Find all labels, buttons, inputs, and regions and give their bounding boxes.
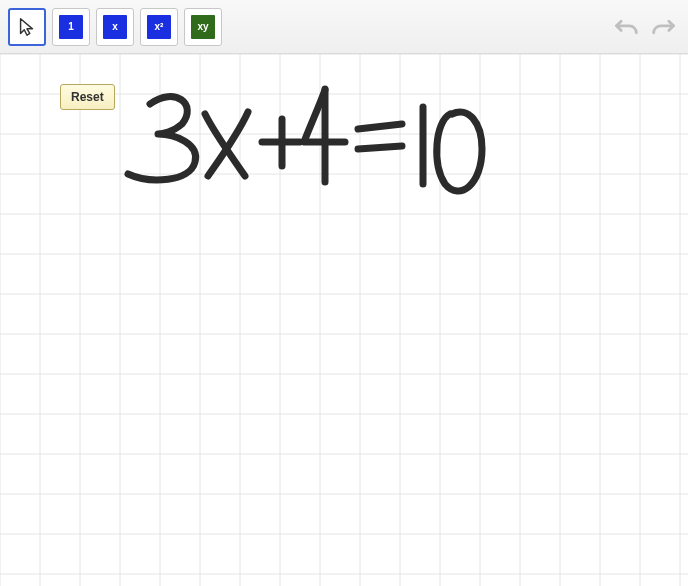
redo-button[interactable]: [648, 12, 678, 42]
reset-button[interactable]: Reset: [60, 84, 115, 110]
toolbar-right: [612, 0, 678, 54]
redo-icon: [649, 13, 677, 41]
x-squared-tile-label: x²: [147, 15, 171, 39]
xy-tile[interactable]: xy: [184, 8, 222, 46]
undo-icon: [613, 13, 641, 41]
canvas[interactable]: Reset: [0, 54, 688, 586]
pointer-tool[interactable]: [8, 8, 46, 46]
undo-button[interactable]: [612, 12, 642, 42]
xy-tile-label: xy: [191, 15, 215, 39]
toolbar: 1 x x² xy: [0, 0, 688, 54]
constant-tile[interactable]: 1: [52, 8, 90, 46]
grid-background: [0, 54, 688, 586]
pointer-icon: [16, 16, 38, 38]
x-tile[interactable]: x: [96, 8, 134, 46]
constant-tile-label: 1: [59, 15, 83, 39]
x-tile-label: x: [103, 15, 127, 39]
x-squared-tile[interactable]: x²: [140, 8, 178, 46]
